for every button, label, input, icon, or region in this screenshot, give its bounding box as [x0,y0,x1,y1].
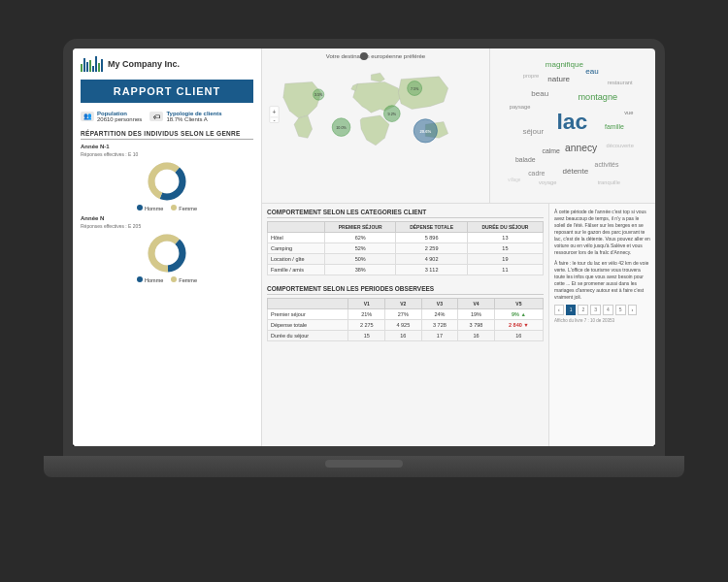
table-row: Camping 52% 2 259 15 [268,243,544,254]
map-title: Votre destination européenne préférée [267,53,484,59]
svg-text:+: + [273,109,277,115]
population-value: 20610 personnes [97,116,142,122]
svg-text:lac: lac [557,109,588,134]
year1-label: Année N-1 [81,144,253,149]
period-cell: 3 798 [458,320,495,331]
period-cell: 3 728 [421,320,458,331]
laptop-screen: My Company Inc. RAPPORT CLIENT 👥 Populat… [63,39,665,456]
page-number[interactable]: 3 [590,305,601,315]
row-label: Camping [268,243,325,254]
laptop-base [44,456,684,477]
svg-text:détente: détente [562,167,588,176]
period-cell: 15 [348,331,385,341]
table-row: Hôtel 62% 5 896 13 [268,233,544,243]
period-cell: 9% ▲ [494,309,543,320]
year2-section: Année N Réponses effectives : E 205 Homm… [81,215,253,283]
svg-text:restaurant: restaurant [608,80,633,85]
stats-row: 👥 Population 20610 personnes 🏷 Typologie… [81,111,253,122]
page-number[interactable]: 5 [615,305,626,315]
row-duree: 13 [467,233,543,243]
word-cloud-section: lac montagne beau annecy séjour famille … [490,48,655,203]
svg-text:tranquille: tranquille [598,179,620,185]
svg-text:7.5%: 7.5% [411,87,419,91]
page-number[interactable]: 1 [566,305,577,315]
population-icon: 👥 [81,112,94,121]
femme-label-1: Femme [179,206,197,211]
row-duree: 15 [467,243,543,254]
row-premier: 50% [324,254,395,265]
typology-stat: 🏷 Typologie de clients 18.7% Clients A [149,111,221,122]
svg-text:nature: nature [547,75,570,83]
population-stat: 👥 Population 20610 personnes [81,111,142,122]
prev-page-btn[interactable]: ‹ [554,305,564,315]
col-header-premier: PREMIER SÉJOUR [324,222,395,233]
typology-value: 18.7% Clients A [166,116,221,122]
logo-icon [81,56,103,72]
year2-label: Année N [81,215,253,221]
year1-sub: Réponses effectives : E 10 [81,151,253,157]
page-number[interactable]: 4 [603,305,613,315]
period-cell: 4 925 [385,320,422,331]
donut-chart-n1 [146,160,188,203]
dashboard: My Company Inc. RAPPORT CLIENT 👥 Populat… [73,48,655,446]
screen-content: My Company Inc. RAPPORT CLIENT 👥 Populat… [73,48,655,446]
svg-text:propre: propre [523,73,540,79]
year1-legend: Homme Femme [137,205,197,211]
svg-text:voyage: voyage [539,179,556,185]
period-col-header: V2 [385,299,422,309]
period-row-label: Dépense totale [268,320,348,331]
table-row: Durée du séjour1516171616 [268,331,544,341]
period-behavior-title: COMPORTEMENT SELON LES PERIODES OBSERVEE… [267,285,544,295]
row-depense: 5 896 [396,233,468,243]
gender-title: RÉPARTITION DES INDIVIDUS SELON LE GENRE [81,130,253,140]
svg-text:balade: balade [515,156,536,163]
page-number[interactable]: 2 [578,305,588,315]
bottom-row: COMPORTEMENT SELON LES CATEGORIES CLIENT… [262,204,655,446]
svg-text:découverte: découverte [607,143,634,148]
table-row: Location / gîte 50% 4 902 19 [268,254,544,265]
table-row: Dépense totale2 2754 9253 7283 7982 840 … [268,320,544,331]
period-table: V1V2V3V4V5 Premier séjour21%27%24%19%9% … [267,298,544,341]
svg-text:cadre: cadre [528,170,545,177]
period-cell: 21% [348,309,385,320]
row-depense: 2 259 [396,243,468,254]
logo-area: My Company Inc. [81,56,253,72]
world-map-svg: 3.5% 7.5% 9.2% 10.0% 20.6% [267,62,484,169]
svg-text:vue: vue [624,110,633,115]
row-premier: 52% [324,243,395,254]
period-col-header: V3 [421,299,458,309]
svg-text:10.0%: 10.0% [336,126,347,130]
row-label: Hôtel [268,233,325,243]
text-panel: À cette période de l'année c'est top si … [548,204,655,446]
year2-legend: Homme Femme [137,276,197,283]
period-cell: 2 275 [348,320,385,331]
svg-text:20.6%: 20.6% [419,129,431,134]
svg-text:village: village [508,178,520,182]
year2-chart: Homme Femme [81,232,253,283]
period-cell: 16 [458,331,495,341]
svg-text:famille: famille [605,123,624,130]
svg-text:montagne: montagne [578,92,617,102]
typology-icon: 🏷 [149,112,163,121]
period-cell: 24% [421,309,458,320]
map-container: 3.5% 7.5% 9.2% 10.0% 20.6% [267,62,484,169]
source-label: Afficho du livre 7 : 10 de 20353 [554,318,650,324]
left-panel: My Company Inc. RAPPORT CLIENT 👥 Populat… [73,48,262,446]
period-behavior: COMPORTEMENT SELON LES PERIODES OBSERVEE… [267,285,544,341]
row-premier: 62% [324,233,395,243]
right-top: Votre destination européenne préférée [262,48,655,204]
period-cell: 16 [494,331,543,341]
row-duree: 11 [467,265,543,275]
svg-text:9.2%: 9.2% [388,113,397,116]
category-behavior: COMPORTEMENT SELON LES CATEGORIES CLIENT… [267,209,544,275]
svg-text:séjour: séjour [522,127,544,136]
homme-label-1: Homme [145,206,163,211]
table-row: Premier séjour21%27%24%19%9% ▲ [268,309,544,320]
next-page-btn[interactable]: › [628,305,638,315]
svg-text:paysage: paysage [510,104,531,110]
row-depense: 3 112 [396,265,468,275]
company-name: My Company Inc. [108,59,180,69]
col-header-type [268,222,325,233]
period-cell: 19% [458,309,495,320]
year1-chart: Homme Femme [81,160,253,211]
